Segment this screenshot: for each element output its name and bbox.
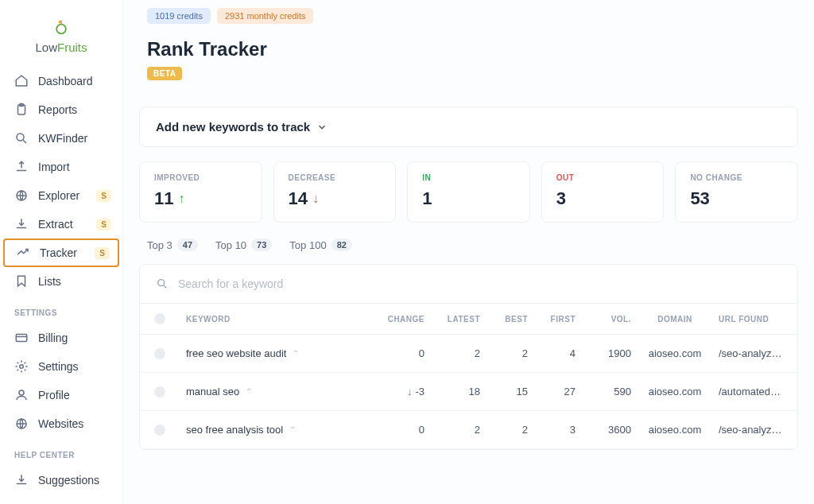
home-icon xyxy=(14,74,29,88)
sidebar-item-label: Settings xyxy=(38,360,79,373)
row-checkbox[interactable] xyxy=(154,386,165,397)
keyword-cell: manual seo xyxy=(186,386,239,397)
sidebar-item-label: KWFinder xyxy=(38,132,87,145)
select-all-checkbox[interactable] xyxy=(154,313,165,324)
tab-label: Top 100 xyxy=(289,239,326,251)
first-cell: 3 xyxy=(528,424,576,436)
sidebar-item-billing[interactable]: Billing xyxy=(0,324,122,352)
keyword-cell: seo free analysis tool xyxy=(186,424,283,436)
arrow-down-icon: ↓ xyxy=(407,386,413,397)
upload-icon xyxy=(14,160,29,174)
domain-cell: aioseo.com xyxy=(631,347,719,359)
add-keywords-label: Add new keywords to track xyxy=(156,120,310,134)
col-url[interactable]: URL FOUND xyxy=(719,315,783,324)
svg-point-0 xyxy=(56,25,66,34)
search-input[interactable] xyxy=(178,277,781,290)
tab-count: 73 xyxy=(251,238,272,251)
first-cell: 4 xyxy=(528,347,576,359)
sidebar-item-label: Suggestions xyxy=(38,474,99,487)
sidebar-item-dashboard[interactable]: Dashboard xyxy=(0,67,122,95)
credits-monthly-badge[interactable]: 2931 monthly credits xyxy=(217,8,314,24)
tab-count: 47 xyxy=(177,238,198,251)
col-change[interactable]: CHANGE xyxy=(361,315,424,324)
stat-out[interactable]: OUT 3 xyxy=(541,161,665,223)
col-best[interactable]: BEST xyxy=(480,315,528,324)
sidebar-item-websites[interactable]: Websites xyxy=(0,409,122,438)
sidebar-item-suggestions[interactable]: Suggestions xyxy=(0,466,122,494)
best-cell: 15 xyxy=(480,386,528,397)
change-cell: 0 xyxy=(419,424,424,436)
sidebar-item-tracker[interactable]: Tracker S xyxy=(3,238,119,267)
sidebar-item-profile[interactable]: Profile xyxy=(0,381,122,409)
col-first[interactable]: FIRST xyxy=(528,315,576,324)
row-checkbox[interactable] xyxy=(154,348,165,359)
arrow-up-icon: ↑ xyxy=(178,192,184,206)
chevron-up-icon: ⌃ xyxy=(293,349,299,358)
sidebar-item-label: Tracker xyxy=(40,246,77,259)
stat-in[interactable]: IN 1 xyxy=(407,161,530,223)
sidebar-item-import[interactable]: Import xyxy=(0,153,122,181)
sidebar-item-label: Lists xyxy=(38,275,61,288)
sidebar-item-label: Dashboard xyxy=(38,75,93,87)
change-cell: 0 xyxy=(419,347,424,359)
main-content: 1019 credits 2931 monthly credits Rank T… xyxy=(123,0,814,504)
row-checkbox[interactable] xyxy=(154,425,165,436)
stats-row: IMPROVED 11↑ DECREASE 14↓ IN 1 OUT 3 NO … xyxy=(139,161,798,223)
user-icon xyxy=(14,388,29,402)
tab-top10[interactable]: Top 1073 xyxy=(215,238,272,251)
table-row[interactable]: free seo website audit⌃ 0 2 2 4 1900 aio… xyxy=(140,335,797,373)
sidebar-item-label: Reports xyxy=(38,103,77,116)
help-section-label: HELP CENTER xyxy=(0,438,122,466)
sidebar-item-reports[interactable]: Reports xyxy=(0,95,122,124)
latest-cell: 2 xyxy=(424,424,480,436)
credits-row: 1019 credits 2931 monthly credits xyxy=(139,8,798,24)
svg-point-6 xyxy=(20,365,24,369)
table-row[interactable]: seo free analysis tool⌃ 0 2 2 3 3600 aio… xyxy=(140,411,797,449)
table-row[interactable]: manual seo⌃ ↓-3 18 15 27 590 aioseo.com … xyxy=(140,373,797,411)
latest-cell: 2 xyxy=(424,347,480,359)
sidebar-item-explorer[interactable]: Explorer S xyxy=(0,181,122,210)
change-cell: -3 xyxy=(415,386,424,397)
col-latest[interactable]: LATEST xyxy=(424,315,480,324)
url-cell: /automated-seo-vs-manu... xyxy=(719,386,783,397)
globe-icon xyxy=(14,417,29,431)
stat-decrease[interactable]: DECREASE 14↓ xyxy=(273,161,397,223)
sidebar-item-label: Billing xyxy=(38,331,68,344)
url-cell: /seo-analyzer/ xyxy=(719,347,783,359)
sidebar-item-settings[interactable]: Settings xyxy=(0,352,122,381)
badge-s: S xyxy=(96,190,111,202)
svg-point-7 xyxy=(19,390,24,395)
stat-improved[interactable]: IMPROVED 11↑ xyxy=(139,161,262,223)
add-keywords-toggle[interactable]: Add new keywords to track xyxy=(139,107,798,147)
tab-top3[interactable]: Top 347 xyxy=(147,238,198,251)
stat-nochange[interactable]: NO CHANGE 53 xyxy=(675,161,798,223)
domain-cell: aioseo.com xyxy=(631,386,719,397)
vol-cell: 1900 xyxy=(576,347,631,359)
col-keyword[interactable]: KEYWORD xyxy=(186,315,361,324)
stat-value: 11↑ xyxy=(154,188,247,209)
badge-s: S xyxy=(95,247,110,259)
keyword-cell: free seo website audit xyxy=(186,347,286,359)
stat-label: IN xyxy=(422,173,515,182)
col-domain[interactable]: DOMAIN xyxy=(631,315,719,324)
svg-point-3 xyxy=(17,134,24,141)
logo[interactable]: LowFruits xyxy=(0,12,122,67)
col-vol[interactable]: VOL. xyxy=(576,315,631,324)
trend-icon xyxy=(16,246,30,260)
sidebar-item-extract[interactable]: Extract S xyxy=(0,210,122,238)
sidebar-item-label: Extract xyxy=(38,218,73,231)
first-cell: 27 xyxy=(528,386,576,397)
chevron-up-icon: ⌃ xyxy=(289,425,296,434)
vol-cell: 3600 xyxy=(576,424,631,436)
svg-rect-5 xyxy=(16,335,27,342)
sidebar-item-lists[interactable]: Lists xyxy=(0,267,122,296)
credits-main-badge[interactable]: 1019 credits xyxy=(147,8,211,24)
nav-main: Dashboard Reports KWFinder Import Explor… xyxy=(0,67,122,296)
card-icon xyxy=(14,331,29,345)
sidebar-item-kwfinder[interactable]: KWFinder xyxy=(0,124,122,153)
tab-top100[interactable]: Top 10082 xyxy=(289,238,352,251)
chevron-down-icon xyxy=(316,122,328,133)
latest-cell: 18 xyxy=(424,386,480,397)
stat-label: NO CHANGE xyxy=(690,173,783,182)
beta-badge: BETA xyxy=(147,67,182,80)
